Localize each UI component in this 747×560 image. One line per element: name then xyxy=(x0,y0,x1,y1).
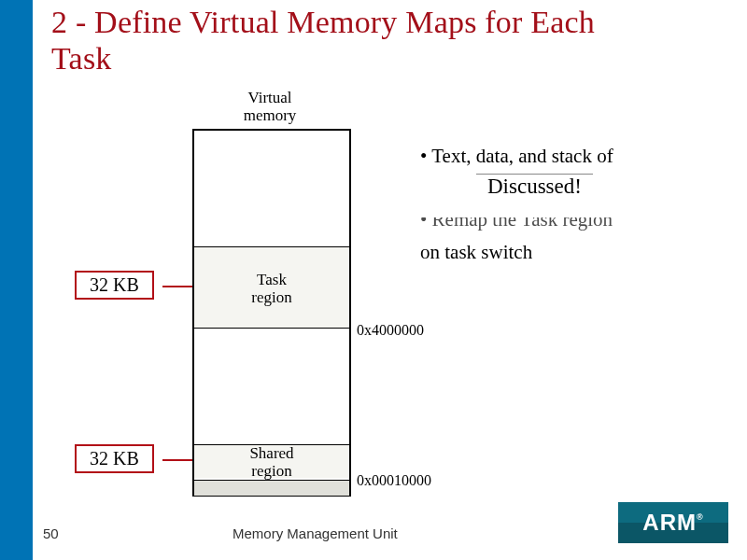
task-region-label: Task region xyxy=(251,271,291,306)
bullet-remap-text: • Remap the Task region xyxy=(420,217,700,232)
virtual-memory-label-text: Virtual memory xyxy=(244,89,297,124)
slide-title: 2 - Define Virtual Memory Maps for Each … xyxy=(51,4,747,77)
task-region-address: 0x4000000 xyxy=(357,322,424,339)
footer-section-title: Memory Management Unit xyxy=(233,525,398,541)
bullet-remap-line2: on task switch xyxy=(420,241,532,264)
shared-size-label: 32 KB xyxy=(90,448,139,469)
arm-logo-text: ARM xyxy=(642,510,697,535)
slide-left-stripe xyxy=(0,0,33,560)
title-line-1: 2 - Define Virtual Memory Maps for Each xyxy=(51,5,595,39)
registered-icon: ® xyxy=(697,512,704,522)
shared-region-block: Shared region xyxy=(194,444,349,478)
discussed-overlay: Discussed! xyxy=(476,174,593,201)
shared-size-callout: 32 KB xyxy=(75,444,154,473)
shared-region-label: Shared region xyxy=(249,444,293,480)
task-size-label: 32 KB xyxy=(90,274,139,295)
page-number: 50 xyxy=(43,525,59,541)
virtual-memory-label: Virtual memory xyxy=(228,90,312,124)
task-region-block: Task region xyxy=(194,246,349,329)
memory-map-base-strip xyxy=(194,480,349,496)
task-size-callout: 32 KB xyxy=(75,271,154,300)
task-size-leader-line xyxy=(162,286,192,287)
shared-region-address: 0x00010000 xyxy=(357,472,431,489)
bullet-text-data-stack: • Text, data, and stack of xyxy=(420,143,613,169)
shared-size-leader-line xyxy=(162,459,192,461)
arm-logo: ARM® xyxy=(618,502,728,543)
title-line-2: Task xyxy=(51,41,112,76)
